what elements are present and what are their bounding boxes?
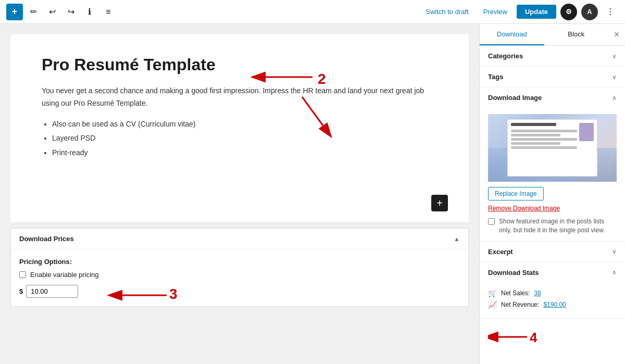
redo-button[interactable]: ↪ — [63, 4, 79, 20]
excerpt-title: Excerpt — [488, 248, 513, 256]
post-title[interactable]: Pro Resumé Template — [42, 55, 438, 74]
enable-variable-pricing-checkbox[interactable] — [19, 271, 26, 278]
cart-icon: 🛒 — [488, 289, 497, 297]
annotation-4-area: 4 — [480, 319, 625, 357]
download-stats-chevron-icon: ∧ — [612, 269, 617, 276]
download-prices-header[interactable]: Download Prices ▲ — [11, 229, 468, 249]
enable-variable-pricing-row: Enable variable pricing — [19, 271, 460, 279]
right-panel: Download Block × Categories ∨ Tags ∨ Dow… — [479, 24, 625, 364]
add-block-button[interactable]: + — [6, 4, 23, 20]
net-sales-row: 🛒 Net Sales: 38 — [488, 289, 617, 297]
thumb-line-2 — [511, 134, 560, 136]
editor-content-wrapper: Pro Resumé Template You never get a seco… — [10, 34, 469, 307]
tags-section: Tags ∨ — [480, 67, 625, 87]
undo-button[interactable]: ↩ — [44, 4, 60, 20]
download-image-content: Replace Image Remove Download Image Show… — [480, 108, 625, 241]
preview-button[interactable]: Preview — [478, 5, 512, 19]
categories-chevron-icon: ∨ — [612, 53, 617, 60]
bullet-item-1: Also can be used as a CV (Curriculum vit… — [52, 118, 438, 131]
tab-download[interactable]: Download — [480, 24, 544, 45]
toolbar-left: + ✏ ↩ ↪ ℹ ≡ — [6, 4, 117, 20]
download-image-thumbnail — [488, 114, 617, 182]
show-featured-row: Show featured image in the posts lists o… — [488, 217, 617, 235]
replace-image-button[interactable]: Replace Image — [488, 187, 544, 200]
editor-area: Pro Resumé Template You never get a seco… — [0, 24, 479, 364]
show-featured-label: Show featured image in the posts lists o… — [499, 217, 617, 235]
price-input-row: $ — [19, 285, 460, 298]
currency-symbol: $ — [19, 287, 23, 295]
thumb-line-3 — [511, 138, 577, 141]
thumb-line-4 — [511, 142, 560, 145]
net-revenue-row: 📈 Net Revenue: $190.00 — [488, 300, 617, 309]
excerpt-chevron-icon: ∨ — [612, 248, 617, 255]
panel-tabs: Download Block × — [480, 24, 625, 46]
bullet-item-3: Print-ready — [52, 147, 438, 159]
download-stats-section: Download Stats ∧ 🛒 Net Sales: 38 📈 Net R… — [480, 262, 625, 319]
update-button[interactable]: Update — [517, 5, 556, 19]
stats-content: 🛒 Net Sales: 38 📈 Net Revenue: $190.00 — [480, 283, 625, 318]
editor-content-block: Pro Resumé Template You never get a seco… — [10, 34, 469, 222]
bullet-list: Also can be used as a CV (Curriculum vit… — [42, 118, 438, 159]
enable-variable-pricing-label: Enable variable pricing — [30, 271, 99, 279]
avatar-button[interactable]: A — [581, 4, 598, 20]
body-paragraph: You never get a second chance and making… — [42, 85, 438, 110]
top-toolbar: + ✏ ↩ ↪ ℹ ≡ Switch to draft Preview Upda… — [0, 0, 625, 24]
thumb-photo — [579, 123, 594, 141]
list-view-button[interactable]: ≡ — [100, 4, 117, 20]
edit-button[interactable]: ✏ — [25, 4, 42, 20]
settings-button[interactable]: ⚙ — [560, 4, 577, 20]
price-input[interactable] — [26, 285, 78, 298]
download-prices-section: Download Prices ▲ Pricing Options: Enabl… — [10, 228, 469, 307]
download-image-chevron-icon: ∧ — [612, 94, 617, 102]
annotation-4-svg: 4 — [488, 324, 623, 350]
thumbnail-inner — [507, 119, 597, 177]
excerpt-section: Excerpt ∨ — [480, 242, 625, 262]
svg-text:4: 4 — [530, 330, 538, 345]
download-image-header[interactable]: Download Image ∧ — [480, 87, 625, 108]
post-body: You never get a second chance and making… — [42, 85, 438, 159]
tags-chevron-icon: ∨ — [612, 73, 617, 81]
categories-title: Categories — [488, 52, 523, 60]
remove-image-button[interactable]: Remove Download Image — [488, 205, 560, 212]
thumb-line-1 — [511, 130, 577, 132]
download-image-section-panel: Download Image ∧ R — [480, 87, 625, 242]
bullet-item-2: Layered PSD — [52, 132, 438, 145]
categories-section: Categories ∨ — [480, 46, 625, 67]
download-stats-header[interactable]: Download Stats ∧ — [480, 262, 625, 283]
main-layout: Pro Resumé Template You never get a seco… — [0, 24, 625, 364]
thumb-line-5 — [511, 146, 577, 149]
tags-title: Tags — [488, 73, 503, 81]
net-revenue-label: Net Revenue: — [501, 301, 539, 308]
show-featured-checkbox[interactable] — [488, 218, 495, 225]
inline-add-block-button[interactable]: + — [431, 195, 448, 211]
chart-icon: 📈 — [488, 300, 497, 309]
excerpt-header[interactable]: Excerpt ∨ — [480, 242, 625, 262]
collapse-chevron-icon: ▲ — [454, 235, 460, 243]
download-prices-title: Download Prices — [19, 235, 74, 243]
info-button[interactable]: ℹ — [81, 4, 98, 20]
net-sales-label: Net Sales: — [501, 290, 530, 297]
toolbar-right: Switch to draft Preview Update ⚙ A ⋮ — [420, 4, 619, 20]
switch-to-draft-button[interactable]: Switch to draft — [420, 5, 473, 19]
tab-block[interactable]: Block — [544, 24, 609, 45]
panel-close-button[interactable]: × — [608, 27, 625, 43]
download-stats-title: Download Stats — [488, 269, 539, 277]
tags-header[interactable]: Tags ∨ — [480, 67, 625, 87]
download-prices-content: Pricing Options: Enable variable pricing… — [11, 249, 468, 306]
thumb-title-line — [511, 123, 556, 126]
net-sales-value[interactable]: 38 — [534, 290, 541, 297]
download-image-title: Download Image — [488, 94, 542, 102]
more-options-button[interactable]: ⋮ — [602, 4, 619, 20]
categories-header[interactable]: Categories ∨ — [480, 46, 625, 66]
pricing-options-label: Pricing Options: — [19, 258, 460, 266]
net-revenue-value[interactable]: $190.00 — [543, 301, 566, 308]
